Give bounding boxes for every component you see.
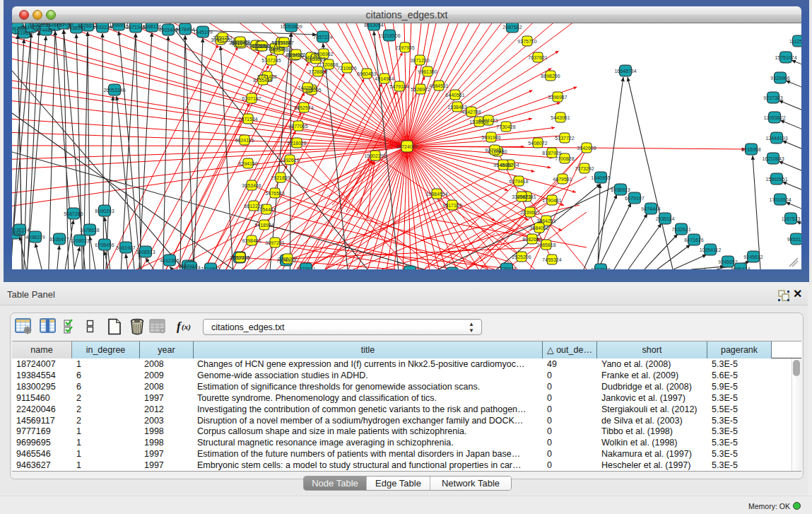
svg-text:8938923: 8938923 [611, 187, 630, 192]
svg-text:2935114: 2935114 [656, 216, 675, 221]
svg-text:7402509: 7402509 [298, 86, 317, 90]
svg-text:9279821: 9279821 [485, 148, 504, 153]
svg-text:8813054: 8813054 [364, 23, 383, 28]
svg-text:1192619: 1192619 [281, 158, 300, 163]
svg-text:5218028: 5218028 [287, 141, 306, 146]
svg-text:3564251: 3564251 [536, 218, 555, 223]
svg-text:5491946: 5491946 [481, 135, 500, 140]
svg-text:9478454: 9478454 [175, 27, 194, 32]
svg-text:10654112: 10654112 [700, 247, 722, 252]
svg-text:9329966: 9329966 [770, 76, 789, 81]
svg-text:3320821: 3320821 [512, 194, 531, 199]
svg-text:5408072: 5408072 [528, 141, 547, 146]
svg-text:5661907: 5661907 [116, 245, 135, 250]
svg-text:7073292: 7073292 [575, 166, 594, 171]
svg-text:7637601: 7637601 [528, 55, 547, 60]
svg-text:15302295: 15302295 [364, 153, 386, 158]
svg-text:5667265: 5667265 [64, 211, 83, 216]
svg-text:7632621: 7632621 [671, 227, 690, 232]
svg-text:6960453: 6960453 [357, 71, 376, 76]
svg-text:4679591: 4679591 [553, 177, 572, 182]
svg-text:8215958: 8215958 [741, 147, 760, 152]
svg-text:8606962: 8606962 [314, 52, 333, 57]
svg-text:1640955: 1640955 [591, 175, 610, 180]
svg-text:16210643: 16210643 [762, 156, 784, 161]
svg-text:2525206: 2525206 [512, 255, 531, 259]
svg-text:6292423: 6292423 [478, 118, 498, 123]
svg-text:8082668: 8082668 [522, 237, 541, 242]
svg-text:4612365: 4612365 [160, 258, 179, 263]
svg-text:15892851: 15892851 [765, 177, 787, 182]
svg-text:9517485: 9517485 [230, 255, 249, 260]
svg-text:1167533: 1167533 [782, 216, 801, 221]
svg-text:1790481: 1790481 [542, 198, 561, 203]
svg-text:9961380: 9961380 [418, 69, 437, 74]
svg-text:3653446: 3653446 [242, 183, 261, 188]
svg-text:16053809: 16053809 [280, 24, 302, 29]
svg-text:8536477: 8536477 [49, 237, 69, 242]
svg-text:7857224: 7857224 [313, 35, 332, 40]
svg-text:1109031: 1109031 [71, 238, 90, 243]
svg-text:16648784: 16648784 [614, 69, 636, 74]
svg-text:9996414: 9996414 [731, 267, 750, 270]
svg-text:2087682: 2087682 [502, 25, 522, 30]
svg-text:7700828: 7700828 [555, 156, 574, 161]
svg-text:1938483: 1938483 [447, 105, 466, 110]
svg-text:7350753: 7350753 [213, 35, 232, 40]
svg-text:9398441: 9398441 [242, 238, 261, 243]
svg-text:19384554: 19384554 [425, 192, 447, 197]
svg-text:8294150: 8294150 [238, 161, 257, 166]
svg-text:4514944: 4514944 [375, 76, 394, 81]
svg-text:3608513: 3608513 [136, 250, 155, 255]
svg-text:2197935: 2197935 [395, 45, 414, 50]
svg-text:3728882: 3728882 [308, 69, 327, 74]
svg-text:6679197: 6679197 [625, 196, 644, 201]
svg-text:6708456: 6708456 [95, 243, 114, 247]
svg-text:5528972: 5528972 [411, 87, 430, 92]
svg-text:1728977: 1728977 [497, 267, 516, 270]
svg-text:1419610: 1419610 [14, 30, 33, 35]
svg-text:8852574: 8852574 [294, 105, 313, 110]
svg-text:1445199: 1445199 [193, 30, 212, 35]
svg-text:2871534: 2871534 [238, 117, 257, 122]
svg-text:12444193: 12444193 [765, 136, 787, 141]
svg-text:3342608: 3342608 [577, 146, 596, 151]
svg-text:4842788: 4842788 [461, 110, 481, 115]
svg-text:8471676: 8471676 [684, 238, 703, 243]
svg-text:9227383: 9227383 [763, 95, 782, 100]
svg-text:6279418: 6279418 [509, 179, 528, 184]
svg-text:9474444: 9474444 [641, 206, 660, 211]
svg-text:9548432: 9548432 [493, 163, 512, 168]
svg-text:1112543: 1112543 [789, 39, 801, 44]
svg-text:8698256: 8698256 [541, 74, 560, 78]
svg-text:9453112: 9453112 [787, 237, 801, 242]
svg-text:5476583: 5476583 [265, 191, 284, 196]
svg-text:8090293: 8090293 [95, 209, 114, 214]
svg-text:2921859: 2921859 [271, 175, 290, 180]
svg-text:19218506: 19218506 [378, 33, 400, 38]
svg-text:17016504: 17016504 [769, 197, 791, 202]
svg-text:4698379: 4698379 [25, 235, 45, 240]
svg-text:9245612: 9245612 [743, 255, 763, 259]
svg-text:8187926: 8187926 [542, 151, 561, 156]
svg-text:8038374: 8038374 [12, 228, 30, 233]
svg-text:15751074: 15751074 [775, 55, 796, 60]
svg-text:2338687: 2338687 [274, 40, 293, 45]
svg-text:(x): (x) [182, 322, 191, 332]
svg-text:3396987: 3396987 [548, 95, 567, 100]
svg-text:2839607: 2839607 [520, 210, 539, 215]
svg-text:3678638: 3678638 [80, 228, 99, 233]
svg-text:5479144: 5479144 [389, 84, 408, 89]
svg-text:9877065: 9877065 [288, 124, 307, 129]
svg-text:5924115: 5924115 [235, 138, 254, 143]
svg-text:5443951: 5443951 [551, 115, 570, 120]
svg-text:9517169: 9517169 [442, 203, 461, 208]
svg-text:7730428: 7730428 [496, 124, 515, 129]
svg-text:18724007: 18724007 [396, 144, 418, 149]
svg-text:26053346: 26053346 [103, 88, 125, 93]
svg-text:8707870: 8707870 [591, 267, 610, 270]
svg-text:2622631: 2622631 [296, 267, 315, 270]
svg-text:2065818: 2065818 [536, 243, 555, 247]
svg-text:1054447: 1054447 [257, 207, 276, 212]
svg-text:6707197: 6707197 [242, 96, 261, 101]
